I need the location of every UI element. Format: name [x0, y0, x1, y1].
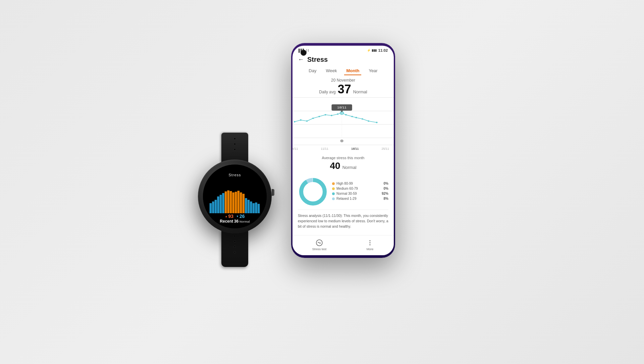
- svg-rect-8: [230, 191, 232, 213]
- phone-outer-shell: ▌▌▌ ⌇⌇ ⚡ ▮▮▮ 11:02 ← Stress Day: [291, 43, 395, 258]
- page-title: Stress: [307, 56, 328, 63]
- watch-recent-value: Recent 36 Normal: [220, 219, 250, 224]
- avg-status: Normal: [342, 165, 357, 170]
- x-label-1811: 18/11: [351, 147, 359, 150]
- status-right: ⚡ ▮▮▮ 11:02: [367, 48, 388, 52]
- legend-dot-normal: [332, 192, 335, 195]
- legend-pct-relaxed: 8%: [384, 197, 388, 200]
- legend-pct-medium: 0%: [384, 187, 388, 190]
- legend-pct-normal: 92%: [382, 192, 388, 195]
- svg-point-31: [345, 114, 347, 116]
- strap-top: [221, 133, 248, 163]
- watch-stat-high: ▲ 93: [225, 214, 234, 219]
- tab-week[interactable]: Week: [324, 67, 339, 75]
- tab-day[interactable]: Day: [307, 67, 318, 75]
- tabs-row: Day Week Month Year: [298, 67, 388, 75]
- daily-avg-row: Daily avg 37 Normal: [298, 83, 388, 95]
- strap-hole: [234, 246, 236, 248]
- avg-stress-section: Average stress this month 40 Normal: [298, 153, 388, 235]
- avg-stress-value: 40 Normal: [298, 161, 388, 171]
- svg-rect-13: [243, 194, 245, 213]
- svg-rect-4: [220, 195, 222, 213]
- svg-rect-7: [227, 190, 229, 213]
- battery-icon: ▮▮▮: [372, 49, 377, 52]
- legend-item-relaxed: Relaxed 1-29 8%: [332, 197, 388, 200]
- nav-stress-test-label: Stress test: [312, 247, 327, 251]
- grid-line-bottom: [292, 145, 394, 145]
- svg-point-30: [341, 112, 343, 114]
- tab-month[interactable]: Month: [344, 67, 361, 75]
- svg-point-25: [318, 116, 320, 117]
- avg-number: 40: [330, 161, 340, 171]
- svg-rect-9: [232, 192, 234, 213]
- svg-rect-0: [210, 203, 212, 213]
- svg-rect-19: [258, 204, 260, 213]
- bluetooth-icon: ⚡: [367, 49, 371, 52]
- watch-body: Stress: [198, 160, 272, 233]
- svg-point-47: [370, 242, 371, 243]
- strap-bottom: [221, 230, 248, 267]
- svg-point-33: [356, 117, 357, 118]
- bottom-nav: Stress test More: [292, 235, 394, 255]
- svg-point-23: [306, 120, 308, 122]
- watch-screen: Stress: [203, 165, 267, 228]
- watch-title: Stress: [228, 173, 241, 177]
- svg-rect-18: [255, 202, 257, 213]
- nav-more-label: More: [367, 247, 374, 251]
- legend-label-relaxed: Relaxed 1-29: [336, 197, 356, 200]
- svg-point-32: [351, 116, 353, 117]
- tab-year[interactable]: Year: [367, 67, 379, 75]
- header-row: ← Stress: [298, 54, 388, 67]
- nav-stress-test[interactable]: Stress test: [312, 239, 327, 251]
- legend-list: High 80-99 0% Medium 60-79 0%: [332, 182, 388, 202]
- svg-point-24: [312, 118, 314, 119]
- svg-point-40: [340, 139, 343, 142]
- daily-avg-number: 37: [338, 83, 351, 95]
- svg-rect-10: [235, 192, 237, 213]
- legend-label-normal: Normal 30-59: [336, 192, 357, 195]
- svg-point-28: [337, 113, 338, 115]
- avg-stress-label: Average stress this month: [298, 156, 388, 160]
- svg-point-26: [325, 114, 326, 116]
- svg-rect-12: [240, 192, 242, 213]
- svg-rect-14: [245, 198, 247, 213]
- legend-label-medium: Medium 60-79: [336, 187, 358, 190]
- nav-more[interactable]: More: [366, 239, 374, 251]
- svg-rect-16: [250, 201, 252, 213]
- more-icon: [366, 239, 374, 247]
- legend-pct-high: 0%: [384, 182, 388, 185]
- chart-section: 99 79 59 29 0: [292, 97, 394, 151]
- svg-point-34: [362, 118, 363, 120]
- svg-rect-15: [248, 200, 250, 213]
- phone-device: ▌▌▌ ⌇⌇ ⚡ ▮▮▮ 11:02 ← Stress Day: [291, 43, 395, 258]
- svg-rect-11: [237, 191, 240, 213]
- avg-stress-wrapper: Average stress this month 40 Normal: [292, 153, 394, 235]
- watch-chart: [208, 190, 262, 213]
- x-label-0411: 04/11: [292, 147, 298, 150]
- watch-crown: [272, 189, 274, 196]
- legend-item-high: High 80-99 0%: [332, 182, 388, 185]
- clock-display: 11:02: [378, 48, 388, 52]
- watch-stat-low: ▼ 26: [236, 214, 245, 219]
- svg-rect-2: [215, 200, 217, 213]
- watch-device: Stress: [181, 131, 288, 262]
- svg-rect-6: [225, 191, 227, 213]
- legend-item-normal: Normal 30-59 92%: [332, 192, 388, 195]
- strap-hole: [234, 138, 236, 140]
- daily-avg-status: Normal: [353, 89, 367, 94]
- watch-stats: ▲ 93 ▼ 26: [225, 214, 245, 219]
- strap-hole: [234, 148, 236, 150]
- donut-section: High 80-99 0% Medium 60-79 0%: [298, 174, 388, 210]
- stress-test-icon: [315, 239, 323, 247]
- daily-avg-label: Daily avg: [319, 90, 335, 94]
- back-button[interactable]: ←: [298, 56, 304, 63]
- x-label-1111: 11/11: [321, 147, 328, 150]
- wifi-icon: ⌇⌇: [306, 49, 309, 52]
- date-section: 20 November Daily avg 37 Normal: [298, 78, 388, 95]
- watch-outer-ring: Stress: [198, 160, 272, 233]
- strap-hole: [234, 235, 236, 237]
- donut-chart: [298, 177, 328, 207]
- analysis-text: Stress analysis (11/1-11/30): This month…: [298, 213, 388, 229]
- status-bar: ▌▌▌ ⌇⌇ ⚡ ▮▮▮ 11:02: [292, 46, 394, 54]
- strap-hole: [234, 143, 236, 145]
